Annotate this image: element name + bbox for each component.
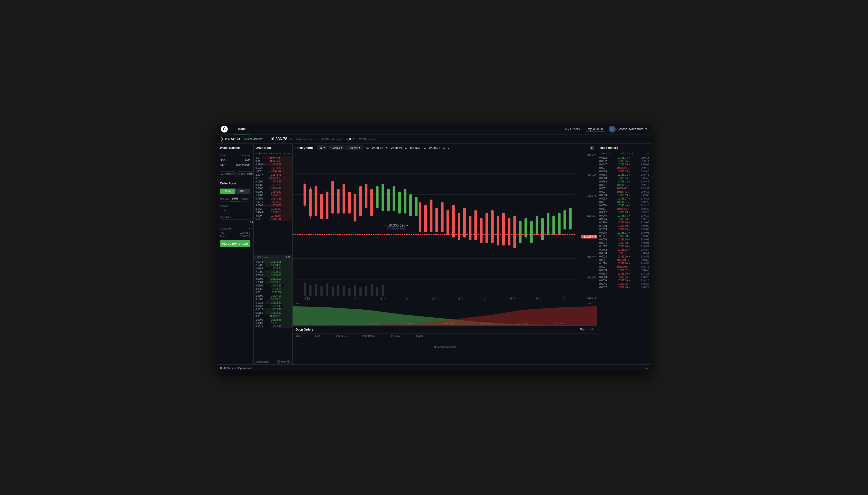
svg-text:3:00: 3:00 bbox=[380, 296, 387, 301]
open-tab[interactable]: Open bbox=[580, 328, 587, 331]
trade-history-row: 0.00510333.00 ↗9:48:53 bbox=[597, 258, 651, 262]
order-book-ask-row[interactable]: 0.759910340.35- bbox=[253, 197, 292, 200]
ohlcv-info: O: 10,338.05 H: 10,338.05 L: 10,336.78 C… bbox=[366, 147, 449, 149]
buy-tab[interactable]: BUY bbox=[220, 189, 235, 194]
order-book-bid-row[interactable]: 1.000010325.45- bbox=[253, 318, 292, 321]
trade-price: 10332.95 ↗ bbox=[617, 266, 629, 268]
order-book-ask-row[interactable]: 0.068810342.15- bbox=[253, 183, 292, 187]
status-text: All Systems Operational bbox=[223, 366, 252, 370]
order-book-ask-row[interactable]: 0.600010341.80- bbox=[253, 190, 292, 193]
trade-direction-icon: ↗ bbox=[628, 228, 630, 231]
order-book-ask-row[interactable]: 0.100010342.85- bbox=[253, 180, 292, 183]
my-orders-button[interactable]: My Orders bbox=[563, 126, 582, 132]
order-book-bid-row[interactable]: 0.759910332.90- bbox=[253, 274, 292, 277]
chart-nav-button[interactable]: ▶ bbox=[590, 146, 594, 150]
trade-tab[interactable]: Trade bbox=[233, 124, 249, 135]
sell-tab[interactable]: SELL bbox=[235, 189, 251, 194]
order-book-bid-row[interactable]: 0.002310326.40- bbox=[253, 308, 292, 311]
order-book-bid-row[interactable]: 0.002110324.50- bbox=[253, 325, 292, 328]
svg-rect-64 bbox=[343, 286, 345, 296]
trade-history-row: 0.00110338.42 ↗9:49:26 bbox=[597, 200, 651, 204]
order-book-bid-row[interactable]: 3.026810329.00- bbox=[253, 287, 292, 291]
order-book-bid-row[interactable]: 4.004510335.05- bbox=[253, 260, 292, 263]
order-book-ask-row[interactable]: 2.414410336.55- bbox=[253, 210, 292, 214]
order-book-bid-row[interactable]: 0.616810326.30- bbox=[253, 311, 292, 314]
order-book-bid-row[interactable]: 0.0510325.75- bbox=[253, 314, 292, 318]
settings-icon[interactable]: ⚙ bbox=[645, 366, 648, 370]
order-book-ask-row[interactable]: 5.60110336.30- bbox=[253, 217, 292, 221]
order-book-bid-row[interactable]: 25.30010333.00- bbox=[253, 270, 292, 274]
order-book-asks[interactable]: 3.1410344.45-0.0110344.40-0.299910344.35… bbox=[253, 156, 292, 255]
trade-price: 10336.71 ↗ bbox=[618, 173, 630, 176]
fills-tab[interactable]: Fills bbox=[589, 328, 594, 331]
trade-price: 10336.80 ↗ bbox=[618, 225, 630, 227]
order-book-bid-row[interactable]: 0.003710326.45- bbox=[253, 304, 292, 308]
amount-input[interactable] bbox=[227, 209, 253, 212]
bid-size: 4.0045 bbox=[256, 260, 263, 263]
limit-price-input[interactable] bbox=[222, 221, 253, 224]
advanced-toggle[interactable]: Advanced ▾ bbox=[217, 226, 253, 231]
market-select-button[interactable]: Select Market ▾ bbox=[242, 137, 265, 141]
trade-price: 10335.13 ↗ bbox=[618, 170, 630, 173]
order-book-ask-row[interactable]: 3.000010339.25- bbox=[253, 204, 292, 207]
bid-size: 0.6168 bbox=[256, 311, 263, 314]
limit-tab[interactable]: LIMIT bbox=[230, 197, 241, 202]
order-book-ask-row[interactable]: 0.592210344.30- bbox=[253, 166, 292, 170]
order-book-bid-row[interactable]: 1.000010327.95- bbox=[253, 294, 292, 297]
overlay-selector[interactable]: Overlay ▾ bbox=[346, 145, 363, 150]
trade-price: 10336.66 ↗ bbox=[617, 187, 629, 190]
chart-type-selector[interactable]: Candle ▾ bbox=[329, 145, 345, 150]
withdraw-button[interactable]: ⊖ WITHDRAW bbox=[237, 171, 253, 177]
order-book-ask-row[interactable]: 1.437110340.00- bbox=[253, 200, 292, 204]
svg-text:$10,430: $10,430 bbox=[480, 323, 491, 324]
trade-time: 9:50:14 bbox=[641, 160, 649, 163]
order-book-bid-row[interactable]: 0.102210326.50- bbox=[253, 301, 292, 304]
trade-time: 9:48:43 bbox=[641, 269, 649, 272]
btc-asset: BTC bbox=[220, 164, 225, 167]
deposit-button[interactable]: ⊕ DEPOSIT bbox=[220, 171, 236, 177]
user-menu[interactable]: 👤 Satoshi Nakamoto ▾ bbox=[609, 126, 647, 133]
order-book-ask-row[interactable]: 0.299910344.35- bbox=[253, 163, 292, 166]
trade-time: 9:48:54 bbox=[641, 252, 649, 255]
stop-tab[interactable]: STOP bbox=[240, 197, 250, 202]
market-tab[interactable]: MARKET bbox=[220, 197, 230, 202]
chart-area[interactable]: 9/13 1:00 2:00 3:00 4:00 5:00 6:00 7:00 … bbox=[293, 152, 597, 301]
order-book-bid-row[interactable]: 3.000010331.00- bbox=[253, 277, 292, 280]
trade-history-row: 0.046310336.42 ↗9:49:48 bbox=[597, 180, 651, 183]
svg-rect-35 bbox=[497, 216, 499, 245]
trade-history-row: 0.01110336.66 ↗9:49:20 bbox=[597, 207, 651, 210]
place-order-button[interactable]: PLACE BUY ORDER bbox=[220, 240, 250, 247]
svg-rect-34 bbox=[491, 210, 493, 242]
trade-history-row: 0.002310333.00 ↗9:48:53 bbox=[597, 255, 651, 258]
order-book-ask-row[interactable]: 0.110342.90- bbox=[253, 176, 292, 180]
order-book-bid-row[interactable]: 0.00110328.15- bbox=[253, 291, 292, 294]
order-book-bid-row[interactable]: 1.290410329.35- bbox=[253, 280, 292, 284]
bid-size: 1.0000 bbox=[256, 319, 263, 321]
max-button[interactable]: Max bbox=[222, 209, 226, 212]
trade-time: 9:49:20 bbox=[641, 204, 649, 207]
order-book-ask-row[interactable]: 0.13210337.35- bbox=[253, 207, 292, 210]
aggregation-value: 0.05 bbox=[281, 360, 286, 363]
bid-price: 10325.25 bbox=[271, 322, 281, 324]
order-book-bid-row[interactable]: 0.099910329.25- bbox=[253, 284, 292, 287]
order-book-ask-row[interactable]: 3.1410344.45- bbox=[253, 156, 292, 159]
order-book-ask-row[interactable]: 1.004710343.75- bbox=[253, 173, 292, 176]
order-book-ask-row[interactable]: 1.00710344.00- bbox=[253, 170, 292, 173]
amount-label: Amount bbox=[220, 204, 250, 207]
order-book-bid-row[interactable]: 0.098410333.50- bbox=[253, 267, 292, 270]
order-book-ask-row[interactable]: 2.000010341.95- bbox=[253, 187, 292, 190]
aggregation-decrease-button[interactable]: − bbox=[277, 360, 280, 363]
order-book-ask-row[interactable]: 3.00010336.35- bbox=[253, 214, 292, 217]
order-book-ask-row[interactable]: 0.0110344.40- bbox=[253, 159, 292, 163]
trade-price: 10331.02 ↗ bbox=[618, 269, 630, 272]
order-book-bids[interactable]: 4.004510335.05-2.500010334.95-0.09841033… bbox=[253, 260, 292, 359]
trade-size: 0.1821 bbox=[599, 235, 607, 238]
wallet-table: Asset Amount USD 0.00 BTC 0.00000000 bbox=[217, 151, 253, 170]
order-book-bid-row[interactable]: 6.000010325.25- bbox=[253, 321, 292, 325]
order-book-bid-row[interactable]: 2.500010334.95- bbox=[253, 263, 292, 267]
order-book-ask-row[interactable]: 1.000010340.65- bbox=[253, 193, 292, 197]
my-wallets-button[interactable]: My Wallets bbox=[586, 126, 605, 132]
timeframe-selector[interactable]: 5m ▾ bbox=[317, 145, 327, 150]
aggregation-increase-button[interactable]: + bbox=[287, 360, 290, 363]
order-book-bid-row[interactable]: 0.100010327.25- bbox=[253, 297, 292, 301]
